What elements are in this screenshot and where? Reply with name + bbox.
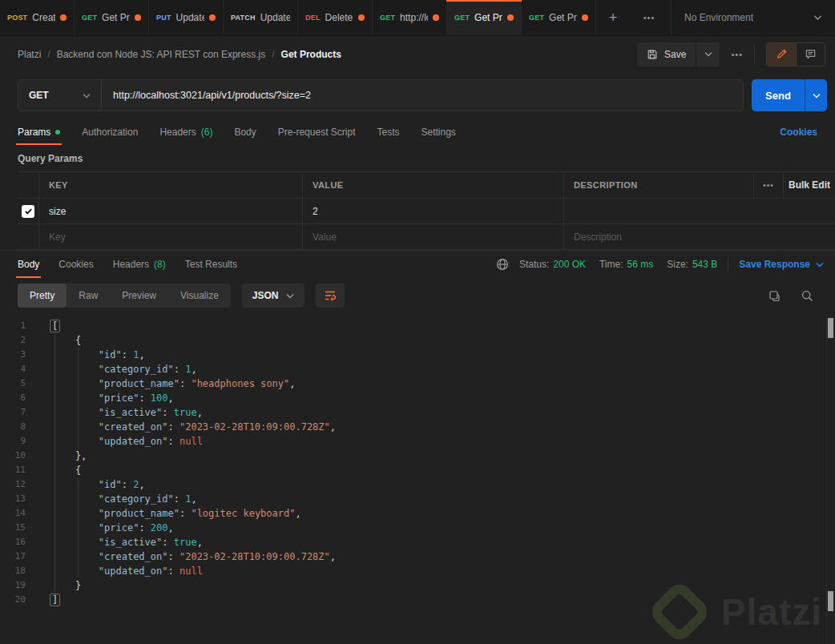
more-options-button[interactable]: ••• [720,50,754,59]
tab-label: Pre-request Script [278,127,356,138]
edit-request-button[interactable] [767,43,796,66]
copy-button[interactable] [768,289,781,303]
save-response-label: Save Response [739,259,810,270]
token: "product_name" [52,378,180,389]
token: , [330,421,336,433]
token: "2023-02-28T10:09:00.728Z" [180,421,330,433]
send-options-button[interactable] [805,79,827,111]
url-input[interactable]: http://localhost:3021/api/v1/products/?s… [102,90,743,101]
param-key-cell[interactable]: size [38,199,302,223]
save-icon [647,49,658,60]
response-tool-icons [768,289,822,303]
code-content: "price": 100, [38,391,174,405]
search-button[interactable] [801,289,814,303]
params-header-row: KEY VALUE DESCRIPTION ••• Bulk Edit [18,172,835,199]
param-key-input[interactable]: Key [38,224,302,249]
param-description-cell[interactable] [563,199,835,223]
response-header: BodyCookiesHeaders(8)Test Results Status… [0,250,835,278]
column-header-value: VALUE [302,172,563,198]
request-tab[interactable]: GETGet Pro [522,0,596,35]
request-tab[interactable]: PATCHUpdate [224,0,298,35]
response-tab-body[interactable]: Body [18,251,39,278]
time-badge[interactable]: 56 ms [627,259,654,270]
cookies-link[interactable]: Cookies [780,119,817,145]
view-pretty-button[interactable]: Pretty [18,284,67,308]
tab-pre-request-script[interactable]: Pre-request Script [278,119,356,145]
token: "updated_on" [52,436,168,447]
column-options-button[interactable]: ••• [753,172,783,198]
size-badge[interactable]: 543 B [692,259,717,270]
wrap-text-button[interactable] [316,284,345,308]
code-line: 7 "is_active": true, [0,405,835,420]
status-badge[interactable]: 200 OK [553,259,586,270]
method-badge: GET [380,14,395,22]
save-options-button[interactable] [696,42,720,66]
request-tab[interactable]: PUTUpdate [149,0,224,35]
add-tab-button[interactable]: + [596,0,630,35]
code-content: "category_id": 1, [38,492,197,506]
select-all-cell [18,172,38,198]
param-value-input[interactable]: Value [302,224,563,249]
request-tab[interactable]: DELDelete [298,0,373,35]
tab-strip: POSTCreateGETGet ProPUTUpdatePATCHUpdate… [0,0,596,35]
response-tab-test-results[interactable]: Test Results [185,251,237,278]
query-params-title: Query Params [0,145,835,171]
breadcrumb-workspace[interactable]: Platzi [18,49,41,60]
code-line: 17 "created_on": "2023-02-28T10:09:00.72… [0,549,835,564]
code-line: 15 "price": 200, [0,521,835,535]
code-line: 11 { [0,463,835,477]
tab-label: Params [18,127,50,138]
token: , [139,349,144,360]
breadcrumb-collection[interactable]: Backend con Node JS: API REST con Expres… [57,49,266,60]
request-tab[interactable]: POSTCreate [0,0,75,35]
network-info-icon[interactable] [496,258,509,271]
column-header-description: DESCRIPTION [563,172,753,198]
param-checkbox[interactable] [18,199,38,223]
line-number: 14 [0,506,38,521]
method-badge: POST [7,14,27,22]
breadcrumb-separator: / [272,49,274,60]
code-content: "created_on": "2023-02-28T10:09:00.728Z"… [38,549,336,564]
param-value-cell[interactable]: 2 [302,199,563,223]
request-tab[interactable]: GETGet Pro [447,0,522,35]
tab-authorization[interactable]: Authorization [82,119,138,145]
view-raw-button[interactable]: Raw [67,284,110,308]
more-tabs-button[interactable]: ••• [630,0,668,35]
scrollbar[interactable] [826,313,835,644]
tab-label: Authorization [82,127,138,138]
code-content: "id": 1, [38,348,145,362]
token: : [174,493,185,505]
view-preview-button[interactable]: Preview [110,284,168,308]
tab-headers[interactable]: Headers(6) [159,119,212,145]
scrollbar-thumb[interactable] [828,318,833,338]
scrollbar-thumb[interactable] [828,591,833,611]
tab-settings[interactable]: Settings [422,119,456,145]
environment-selector[interactable]: No Environment [671,0,835,35]
code-content: "category_id": 1, [38,362,197,376]
code-viewer[interactable]: Platzi 1[2 {3 "id": 1,4 "category_id": 1… [0,313,835,644]
format-select[interactable]: JSON [242,284,305,308]
param-description-input[interactable]: Description [563,224,835,249]
save-button[interactable]: Save [637,42,696,66]
code-line: 9 "updated_on": null [0,434,835,449]
tab-body[interactable]: Body [234,119,256,145]
code-content: } [38,578,81,593]
send-button[interactable]: Send [752,79,805,111]
line-number: 19 [0,578,38,593]
response-tab-headers[interactable]: Headers(8) [113,251,166,278]
bulk-edit-button[interactable]: Bulk Edit [783,172,835,198]
method-select[interactable]: GET [18,80,102,111]
method-badge: GET [529,14,544,22]
response-tab-cookies[interactable]: Cookies [58,251,93,278]
line-number: 12 [0,477,38,492]
token: : [168,421,180,433]
comments-button[interactable] [796,43,825,66]
view-visualize-button[interactable]: Visualize [168,284,231,308]
tab-params[interactable]: Params [18,119,60,145]
request-tab[interactable]: GEThttp://lc [373,0,447,35]
fold-bracket: [ [50,320,60,332]
tab-label: Headers [113,259,149,270]
save-response-button[interactable]: Save Response [739,259,824,270]
request-tab[interactable]: GETGet Pro [75,0,149,35]
tab-tests[interactable]: Tests [377,119,399,145]
